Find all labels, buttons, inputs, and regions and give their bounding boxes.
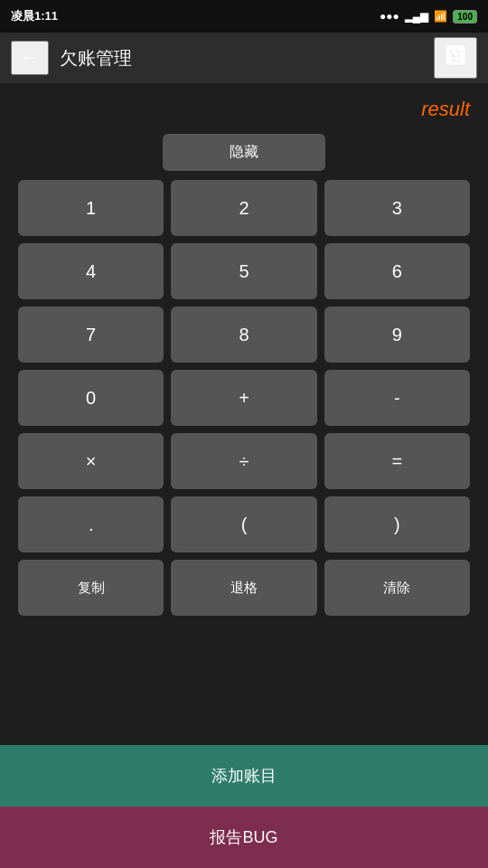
btn-left-paren[interactable]: ( [171,496,316,552]
status-icons: ●●● ▂▄▆ 📶 100 [380,10,477,24]
report-bug-button[interactable]: 报告BUG [0,807,488,868]
btn-equals[interactable]: = [324,433,470,489]
btn-3[interactable]: 3 [324,180,470,236]
numpad-row-3: 7 8 9 [18,307,470,363]
numpad-row-5: × ÷ = [18,433,470,489]
btn-2[interactable]: 2 [171,180,316,236]
hide-button[interactable]: 隐藏 [163,134,325,171]
btn-1[interactable]: 1 [18,180,164,236]
btn-7[interactable]: 7 [18,307,164,363]
btn-backspace[interactable]: 退格 [171,560,316,616]
signal-bars: ▂▄▆ [405,10,429,23]
btn-plus[interactable]: + [171,370,316,426]
numpad-row-2: 4 5 6 [18,243,470,299]
calculator-icon-button[interactable] [434,37,477,79]
btn-right-paren[interactable]: ) [324,496,470,552]
btn-multiply[interactable]: × [18,433,164,489]
btn-5[interactable]: 5 [171,243,316,299]
wifi-icon: 📶 [434,10,447,23]
hide-row: 隐藏 [0,128,488,176]
signal-icon: ●●● [380,10,399,23]
app-bar: ← 欠账管理 [0,33,488,83]
btn-copy[interactable]: 复制 [18,560,164,616]
page-title: 欠账管理 [60,46,423,71]
btn-clear[interactable]: 清除 [324,560,470,616]
status-bar: 凌晨1:11 ●●● ▂▄▆ 📶 100 [0,0,488,33]
btn-9[interactable]: 9 [324,307,470,363]
back-button[interactable]: ← [11,41,49,75]
btn-6[interactable]: 6 [324,243,470,299]
numpad-row-1: 1 2 3 [18,180,470,236]
btn-4[interactable]: 4 [18,243,164,299]
numpad: 1 2 3 4 5 6 7 8 9 0 + - × ÷ = . [0,180,488,616]
add-account-button[interactable]: 添加账目 [0,745,488,807]
status-time: 凌晨1:11 [11,8,58,24]
btn-0[interactable]: 0 [18,370,164,426]
numpad-row-7: 复制 退格 清除 [18,560,470,616]
btn-8[interactable]: 8 [171,307,316,363]
btn-minus[interactable]: - [324,370,470,426]
numpad-row-4: 0 + - [18,370,470,426]
btn-dot[interactable]: . [18,496,164,552]
calculator-icon [443,42,468,68]
battery-indicator: 100 [453,10,477,24]
numpad-row-6: . ( ) [18,496,470,552]
main-content: result 隐藏 1 2 3 4 5 6 7 8 9 0 + - [0,83,488,745]
result-display: result [0,92,488,128]
btn-divide[interactable]: ÷ [171,433,316,489]
